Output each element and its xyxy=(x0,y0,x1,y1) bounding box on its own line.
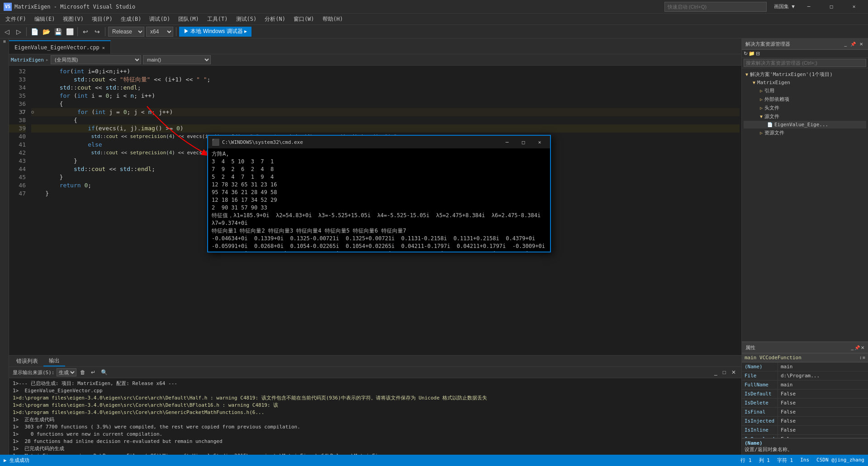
breadcrumb-sep: ▸ xyxy=(46,57,49,63)
solution-explorer-tree: ▼ 解决方案'MatrixEigen'(1个项目) ▼ MatrixEigen … xyxy=(742,68,868,342)
solution-explorer-toggle[interactable]: ≡ xyxy=(2,40,7,43)
config-select[interactable]: Release xyxy=(108,27,144,37)
prop-footer-desc: 设置/返回对象名称。 xyxy=(745,446,865,453)
prop-row-isinjected: IsInjected False xyxy=(742,417,868,426)
solution-explorer-pin[interactable]: 📌 xyxy=(849,41,857,47)
cmd-maximize-button[interactable]: □ xyxy=(517,138,530,147)
menu-team[interactable]: 团队(M) xyxy=(175,14,203,24)
tree-item-ref[interactable]: ▷ 引用 xyxy=(744,86,866,95)
se-collapse-btn[interactable]: ⊟ xyxy=(756,51,760,57)
cmd-line-10: 特征向量1 特征向量2 特征向量3 特征向量4 特征向量5 特征向量6 特征向量… xyxy=(212,227,546,235)
quick-launch-input[interactable] xyxy=(664,2,767,12)
maximize-button[interactable]: □ xyxy=(821,0,842,14)
se-refresh-btn[interactable]: ↻ xyxy=(744,51,748,57)
run-button[interactable]: ▶ 本地 Windows 调试器 ▸ xyxy=(179,27,251,37)
find-button[interactable]: 🔍 xyxy=(99,368,109,376)
minimize-panel-button[interactable]: _ xyxy=(712,368,719,376)
cmd-minimize-button[interactable]: ─ xyxy=(500,138,514,147)
properties-func-header: main VCCodeFunction ↕ ≡ xyxy=(742,353,868,362)
menu-analyze[interactable]: 分析(N) xyxy=(261,14,289,24)
tree-item-external[interactable]: ▷ 外部依赖项 xyxy=(744,95,866,104)
tab-error-list[interactable]: 错误列表 xyxy=(11,356,43,366)
maximize-panel-button[interactable]: □ xyxy=(721,368,728,376)
menu-debug[interactable]: 调试(D) xyxy=(146,14,174,24)
cmd-window[interactable]: ⬛ C:\WINDOWS\system32\cmd.exe ─ □ ✕ 方阵A,… xyxy=(207,135,551,252)
func-dropdown[interactable]: main() xyxy=(143,55,211,64)
properties-close-button[interactable]: ✕ xyxy=(861,345,864,350)
open-button[interactable]: 📂 xyxy=(41,27,51,37)
cmd-close-button[interactable]: ✕ xyxy=(533,138,546,147)
word-wrap-button[interactable]: ↵ xyxy=(89,368,97,376)
tree-item-headers[interactable]: ▷ 头文件 xyxy=(744,104,866,112)
close-panel-button[interactable]: ✕ xyxy=(730,368,738,376)
prop-footer-key: (Name) xyxy=(745,440,865,446)
prop-sort-btn[interactable]: ↕ xyxy=(859,355,862,361)
title-bar: VS MatrixEigen - Microsoft Visual Studio… xyxy=(0,0,868,14)
menu-build[interactable]: 生成(B) xyxy=(117,14,145,24)
properties-minimize-button[interactable]: _ xyxy=(851,345,854,350)
editor-tab-main[interactable]: EigenValue_EigenVector.cpp ✕ xyxy=(9,40,111,54)
menu-help[interactable]: 帮助(H) xyxy=(319,14,347,24)
se-files-btn[interactable]: 📁 xyxy=(749,51,755,57)
search-area xyxy=(664,2,767,12)
tree-headers-label: 头文件 xyxy=(764,105,779,111)
sources-folder-icon: ▼ xyxy=(760,114,763,119)
tree-item-cpp[interactable]: 📄 EigenValue_Eige... xyxy=(744,121,866,128)
tree-item-sources[interactable]: ▼ 源文件 xyxy=(744,112,866,121)
prop-key-isdefault: IsDefault xyxy=(742,390,778,398)
solution-explorer-close[interactable]: ✕ xyxy=(858,41,864,47)
cpp-file-icon: 📄 xyxy=(767,122,773,127)
breadcrumb-project: MatrixEigen xyxy=(11,57,44,63)
clear-output-button[interactable]: 🗑 xyxy=(78,368,87,376)
menu-edit[interactable]: 编辑(E) xyxy=(31,14,59,24)
tree-resources-label: 资源文件 xyxy=(764,129,784,136)
back-button[interactable]: ◁ xyxy=(2,27,12,37)
toolbar-sep-3 xyxy=(105,27,105,36)
solution-explorer-minimize[interactable]: _ xyxy=(843,41,848,47)
tree-item-resources[interactable]: ▷ 资源文件 xyxy=(744,128,866,137)
menu-test[interactable]: 测试(S) xyxy=(232,14,261,24)
menu-window[interactable]: 窗口(W) xyxy=(290,14,318,24)
tree-item-solution[interactable]: ▼ 解决方案'MatrixEigen'(1个项目) xyxy=(744,70,866,79)
forward-button[interactable]: ▷ xyxy=(14,27,24,37)
prop-val-isoverload: False xyxy=(778,435,798,438)
solution-explorer-toolbar: ↻ 📁 ⊟ xyxy=(742,50,868,58)
save-button[interactable]: 💾 xyxy=(53,27,63,37)
new-file-button[interactable]: 📄 xyxy=(29,27,39,37)
minimize-button[interactable]: ─ xyxy=(798,0,819,14)
solution-explorer-search-input[interactable] xyxy=(744,59,866,67)
cmd-line-3: 7 9 2 6 2 4 8 xyxy=(212,166,546,173)
save-all-button[interactable]: ⬜ xyxy=(65,27,75,37)
output-line-4: 1>d:\program files\eigen-3.4.0\eigen\src… xyxy=(13,402,738,409)
prop-row-isoverload: IsOverload False xyxy=(742,435,868,438)
tab-output[interactable]: 输出 xyxy=(43,356,65,366)
tree-item-project[interactable]: ▼ MatrixEigen xyxy=(744,79,866,86)
menu-file[interactable]: 文件(F) xyxy=(2,14,30,24)
redo-button[interactable]: ↪ xyxy=(92,27,102,37)
properties-panel: 属性 _ 📌 ✕ main VCCodeFunction ↕ ≡ (Name) … xyxy=(742,342,868,455)
prop-cat-btn[interactable]: ≡ xyxy=(863,355,865,361)
tree-cpp-label: EigenValue_Eige... xyxy=(774,122,828,128)
output-source-select[interactable]: 生成 xyxy=(57,368,76,376)
properties-pin-button[interactable]: 📌 xyxy=(854,345,860,350)
close-tab-icon[interactable]: ✕ xyxy=(102,45,105,50)
output-line-8: 1> 0 functions were new in current compi… xyxy=(13,431,738,438)
menu-project[interactable]: 项目(P) xyxy=(88,14,116,24)
tree-solution-label: 解决方案'MatrixEigen'(1个项目) xyxy=(750,71,833,78)
user-label[interactable]: 画国集 ▼ xyxy=(774,3,795,10)
undo-button[interactable]: ↩ xyxy=(81,27,90,37)
prop-key-isinline: IsInline xyxy=(742,426,778,434)
menu-tools[interactable]: 工具(T) xyxy=(204,14,232,24)
output-content: 1>--- 已启动生成: 项目: MatrixEigen, 配置: Releas… xyxy=(9,378,741,455)
menu-view[interactable]: 视图(V) xyxy=(59,14,87,24)
close-button[interactable]: ✕ xyxy=(844,0,864,14)
prop-val-isdefault: False xyxy=(778,390,798,398)
prop-val-isfinal: False xyxy=(778,408,798,416)
cmd-line-12: -0.05991+0i 0.0268+0i 0.1054-0.02265i 0.… xyxy=(212,243,546,250)
status-char: 字符 1 xyxy=(777,457,793,464)
output-toolbar: 显示输出来源(S): 生成 🗑 ↵ 🔍 _ □ ✕ xyxy=(9,367,741,378)
solution-folder-icon: ▼ xyxy=(745,72,748,77)
cmd-line-13: -0.05055+0i 0.06118+0i 0.251-0.06766i 0.… xyxy=(212,250,546,252)
platform-select[interactable]: x64 xyxy=(146,27,173,37)
scope-dropdown[interactable]: (全局范围) xyxy=(51,55,141,64)
